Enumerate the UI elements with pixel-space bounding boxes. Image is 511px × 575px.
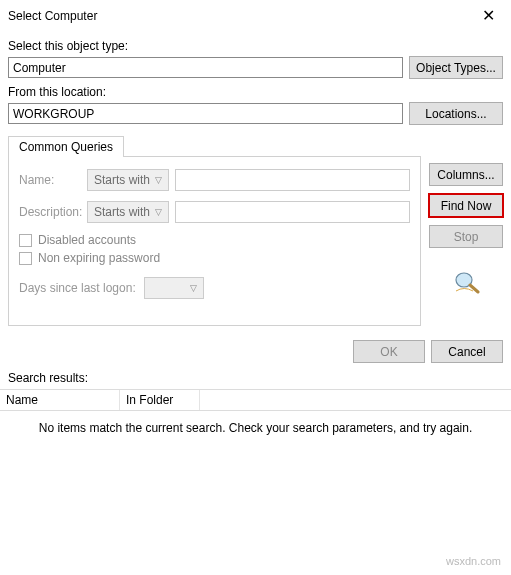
locations-button[interactable]: Locations...	[409, 102, 503, 125]
tab-common-queries[interactable]: Common Queries	[8, 136, 124, 157]
chevron-down-icon: ▽	[190, 283, 197, 293]
name-input[interactable]	[175, 169, 410, 191]
chevron-down-icon: ▽	[155, 175, 162, 185]
select-computer-dialog: Select Computer ✕ Select this object typ…	[0, 0, 511, 575]
days-since-logon-select: ▽	[144, 277, 204, 299]
stop-button: Stop	[429, 225, 503, 248]
name-mode-value: Starts with	[94, 173, 150, 187]
find-now-button[interactable]: Find Now	[429, 194, 503, 217]
location-input[interactable]	[8, 103, 403, 124]
columns-button[interactable]: Columns...	[429, 163, 503, 186]
non-expiring-checkbox	[19, 252, 32, 265]
object-type-label: Select this object type:	[8, 39, 503, 53]
description-input[interactable]	[175, 201, 410, 223]
empty-results-message: No items match the current search. Check…	[0, 411, 511, 475]
object-types-button[interactable]: Object Types...	[409, 56, 503, 79]
object-type-input[interactable]	[8, 57, 403, 78]
disabled-accounts-row: Disabled accounts	[19, 233, 410, 247]
search-icon	[451, 270, 481, 294]
dialog-buttons: OK Cancel	[0, 326, 511, 369]
search-results-label: Search results:	[0, 369, 511, 387]
results-header: Name In Folder	[0, 389, 511, 411]
close-icon[interactable]: ✕	[476, 6, 501, 25]
name-label: Name:	[19, 173, 81, 187]
dialog-content: Select this object type: Object Types...…	[0, 29, 511, 326]
dialog-title: Select Computer	[8, 9, 97, 23]
name-mode-select: Starts with ▽	[87, 169, 169, 191]
chevron-down-icon: ▽	[155, 207, 162, 217]
non-expiring-row: Non expiring password	[19, 251, 410, 265]
location-label: From this location:	[8, 85, 503, 99]
description-label: Description:	[19, 205, 81, 219]
disabled-accounts-label: Disabled accounts	[38, 233, 136, 247]
ok-button: OK	[353, 340, 425, 363]
watermark-text: wsxdn.com	[0, 475, 511, 575]
description-mode-select: Starts with ▽	[87, 201, 169, 223]
tab-strip: Common Queries	[8, 135, 421, 156]
column-header-infolder[interactable]: In Folder	[120, 390, 200, 410]
right-button-column: Columns... Find Now Stop	[429, 135, 503, 326]
titlebar: Select Computer ✕	[0, 0, 511, 29]
column-header-name[interactable]: Name	[0, 390, 120, 410]
days-since-logon-label: Days since last logon:	[19, 281, 136, 295]
common-queries-panel: Name: Starts with ▽ Description: Starts …	[8, 156, 421, 326]
cancel-button[interactable]: Cancel	[431, 340, 503, 363]
column-header-spacer	[200, 390, 511, 410]
disabled-accounts-checkbox	[19, 234, 32, 247]
non-expiring-label: Non expiring password	[38, 251, 160, 265]
description-mode-value: Starts with	[94, 205, 150, 219]
